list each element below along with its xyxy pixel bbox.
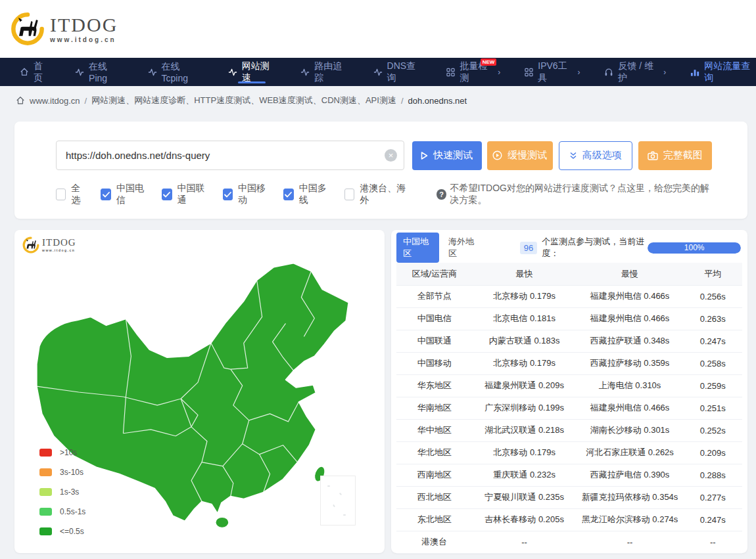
- tab-overseas-region[interactable]: 海外地区: [442, 233, 484, 263]
- slowest-cell: 福建泉州电信 0.466s: [577, 397, 684, 419]
- breadcrumb-home[interactable]: www.itdog.cn: [30, 96, 80, 106]
- slowest-cell: 福建泉州电信 0.466s: [577, 307, 684, 330]
- average-cell: 0.256s: [684, 285, 742, 307]
- table-row: 中国电信北京电信 0.181s福建泉州电信 0.466s0.263s: [396, 307, 742, 330]
- checkbox-select-all[interactable]: 全选: [56, 183, 86, 206]
- nav-item-tcping[interactable]: 在线Tcping: [148, 58, 204, 86]
- legend-swatch: [39, 527, 52, 535]
- fastest-cell: 北京电信 0.181s: [473, 307, 577, 330]
- table-row: 港澳台------: [396, 531, 742, 553]
- tab-china-region[interactable]: 中国地区: [396, 233, 439, 263]
- dog-logo-icon: [11, 12, 45, 46]
- legend-swatch: [39, 508, 52, 516]
- fast-test-button[interactable]: 快速测试: [412, 141, 482, 170]
- url-input[interactable]: [56, 141, 404, 170]
- new-badge: NEW: [481, 58, 497, 66]
- legend-item: 3s-10s: [39, 468, 85, 477]
- checkbox-overseas[interactable]: 港澳台、海外: [344, 183, 407, 206]
- table-row: 华北地区北京移动 0.179s河北石家庄联通 0.262s0.209s: [396, 441, 742, 464]
- breadcrumb-current: doh.onedns.net: [408, 96, 467, 106]
- average-cell: 0.288s: [684, 464, 742, 486]
- slowest-cell: 西藏拉萨联通 0.348s: [577, 330, 684, 352]
- region-cell: 西北地区: [396, 486, 473, 508]
- legend-item: <=0.5s: [39, 527, 85, 536]
- region-cell: 华南地区: [396, 397, 473, 419]
- map-watermark-logo: ITDOG www.itdog.cn: [22, 236, 76, 254]
- play-icon: [421, 152, 428, 160]
- double-chevron-down-icon: [569, 152, 577, 160]
- nav-item-speedtest[interactable]: 网站测速: [228, 58, 276, 86]
- nav-item-ping[interactable]: 在线Ping: [75, 58, 123, 86]
- nav-item-ipv6[interactable]: IPV6工具 ›: [525, 58, 580, 86]
- col-region: 区域/运营商: [396, 263, 473, 285]
- region-cell: 中国移动: [396, 352, 473, 374]
- nav-item-home[interactable]: 首页: [20, 58, 51, 86]
- help-text: 不希望ITDOG对您的网站进行速度测试？点这里，给您完美的解决方案。: [450, 183, 712, 206]
- results-table-body: 全部节点北京移动 0.179s福建泉州电信 0.466s0.256s中国电信北京…: [396, 285, 742, 553]
- nav-item-traffic[interactable]: 网站流量查询: [690, 58, 756, 86]
- home-icon: [20, 67, 29, 77]
- region-cell: 东北地区: [396, 508, 473, 531]
- main-content: www.itdog.cn / 网站测速、网站速度诊断、HTTP速度测试、WEB速…: [0, 86, 756, 559]
- slowest-cell: 湖南长沙移动 0.301s: [577, 419, 684, 441]
- slow-test-button[interactable]: 缓慢测试: [487, 141, 554, 170]
- grid-icon: [525, 68, 533, 77]
- slowest-cell: 新疆克拉玛依移动 0.354s: [577, 486, 684, 508]
- results-table: 区域/运营商 最快 最慢 平均 全部节点北京移动 0.179s福建泉州电信 0.…: [396, 263, 742, 554]
- chevron-right-icon: ›: [663, 68, 666, 77]
- table-row: 全部节点北京移动 0.179s福建泉州电信 0.466s0.256s: [396, 285, 742, 307]
- checkbox-icon: [344, 189, 355, 200]
- table-row: 西北地区宁夏银川联通 0.235s新疆克拉玛依移动 0.354s0.277s: [396, 486, 742, 508]
- legend-item: 1s-3s: [39, 487, 85, 497]
- region-cell: 华东地区: [396, 374, 473, 397]
- nav-item-traceroute[interactable]: 路由追踪: [300, 58, 348, 86]
- checkbox-icon: [283, 189, 293, 200]
- pulse-icon: [300, 68, 310, 77]
- fastest-cell: 北京移动 0.179s: [473, 352, 577, 374]
- clear-input-icon[interactable]: ×: [385, 149, 397, 162]
- site-header: ITDOG www.itdog.cn: [0, 0, 756, 58]
- camera-icon: [648, 151, 658, 160]
- site-logo[interactable]: ITDOG www.itdog.cn: [11, 12, 118, 46]
- play-circle-icon: [492, 150, 502, 160]
- region-cell: 中国电信: [396, 307, 473, 330]
- slowest-cell: 黑龙江哈尔滨移动 0.274s: [577, 508, 684, 531]
- col-average: 平均: [684, 263, 742, 285]
- col-slowest: 最慢: [577, 263, 684, 285]
- progress-bar: 100%: [648, 242, 741, 254]
- checkbox-china-unicom[interactable]: 中国联通: [162, 183, 208, 206]
- test-form-card: × 快速测试 缓慢测试 高级选项 完整截图: [14, 122, 747, 219]
- table-row: 西南地区重庆联通 0.232s西藏拉萨电信 0.390s0.288s: [396, 464, 742, 486]
- nav-item-batch[interactable]: NEW 批量检测 ›: [446, 58, 500, 86]
- checkbox-china-multiline[interactable]: 中国多线: [283, 183, 330, 206]
- fastest-cell: 吉林长春移动 0.205s: [473, 508, 577, 531]
- region-cell: 港澳台: [396, 531, 473, 553]
- table-row: 中国联通内蒙古联通 0.183s西藏拉萨联通 0.348s0.247s: [396, 330, 742, 352]
- grid-icon: [446, 68, 455, 77]
- slowest-cell: 福建泉州电信 0.466s: [577, 285, 684, 307]
- opt-out-help[interactable]: ? 不希望ITDOG对您的网站进行速度测试？点这里，给您完美的解决方案。: [437, 183, 712, 206]
- full-screenshot-button[interactable]: 完整截图: [638, 141, 712, 170]
- fastest-cell: 重庆联通 0.232s: [473, 464, 577, 486]
- map-legend: >10s 3s-10s 1s-3s 0.5s-1s: [39, 448, 85, 536]
- checkbox-china-telecom[interactable]: 中国电信: [101, 183, 147, 206]
- monitor-count-badge: 96: [520, 242, 537, 254]
- average-cell: 0.252s: [684, 419, 742, 441]
- fastest-cell: --: [473, 531, 577, 553]
- average-cell: 0.258s: [684, 352, 742, 374]
- checkbox-icon: [101, 189, 110, 200]
- average-cell: 0.263s: [684, 307, 742, 330]
- nav-item-feedback[interactable]: 反馈 / 维护 ›: [604, 58, 666, 86]
- legend-swatch: [39, 488, 52, 496]
- table-row: 华南地区广东深圳移动 0.199s福建泉州电信 0.466s0.251s: [396, 397, 742, 419]
- table-row: 中国移动北京移动 0.179s西藏拉萨移动 0.359s0.258s: [396, 352, 742, 374]
- nav-item-dns[interactable]: DNS查询: [373, 58, 423, 86]
- results-card: 中国地区 海外地区 96 个监测点参与测试，当前进度： 100% 区域/运营商 …: [391, 230, 747, 553]
- breadcrumb: www.itdog.cn / 网站测速、网站速度诊断、HTTP速度测试、WEB速…: [0, 86, 756, 115]
- breadcrumb-section[interactable]: 网站测速、网站速度诊断、HTTP速度测试、WEB速度测试、CDN测速、API测速: [91, 95, 396, 106]
- checkbox-china-mobile[interactable]: 中国移动: [223, 183, 270, 206]
- fastest-cell: 北京移动 0.179s: [473, 441, 577, 464]
- table-row: 东北地区吉林长春移动 0.205s黑龙江哈尔滨移动 0.274s0.247s: [396, 508, 742, 531]
- home-icon: [16, 96, 25, 105]
- advanced-options-button[interactable]: 高级选项: [559, 141, 632, 170]
